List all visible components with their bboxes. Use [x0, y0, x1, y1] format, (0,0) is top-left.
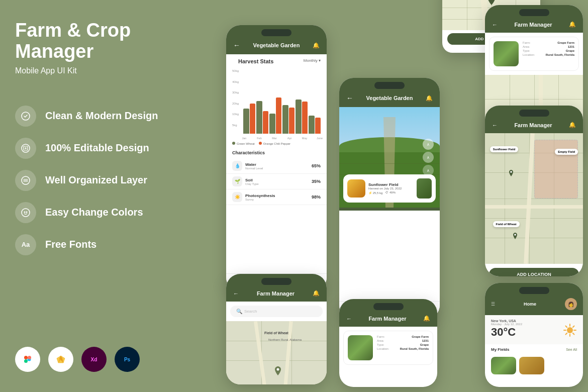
- feature-clean-design: Clean & Modern Design: [15, 106, 176, 127]
- field-card-harvest: Harvest on July 23, 2022: [368, 187, 414, 190]
- harvest-header-row: Harvest Stats Monthly ▾: [226, 54, 327, 66]
- tool-icons: Xd Ps: [15, 347, 176, 372]
- map-mr-bell: 🔔: [569, 122, 576, 128]
- svg-line-29: [566, 333, 567, 335]
- photoshop-icon: Ps: [115, 347, 140, 372]
- fm-bc-bell: 🔔: [423, 315, 430, 322]
- clean-design-label: Clean & Modern Design: [45, 110, 158, 122]
- svg-rect-9: [28, 356, 31, 359]
- svg-rect-8: [24, 356, 28, 359]
- back-arrow-icon[interactable]: ←: [233, 41, 240, 49]
- app-subtitle: Mobile App UI Kit: [15, 66, 176, 75]
- feature-colors: Easy Change Colors: [15, 202, 176, 223]
- field-card-title: Sunflower Field: [368, 182, 414, 187]
- feature-list: Clean & Modern Design 100% Editable Desi…: [15, 106, 176, 255]
- map-field-label-bl: Field of Wheat: [264, 331, 288, 335]
- soil-icon: 🌱: [232, 176, 242, 186]
- phone-map-mr: ← Farm Manager 🔔 Sunflower Field: [485, 106, 583, 276]
- temperature: 30°C: [491, 326, 522, 339]
- farm-details-tr: Farm:Grape Farm Area:1231 Type:Grape Loc…: [523, 41, 574, 66]
- arrow-up-1[interactable]: ∧: [423, 139, 434, 150]
- farm-details-bc: Farm:Grape Farm Area:1231 Type:Grape Loc…: [377, 335, 429, 360]
- empty-field-label: Empty Field: [555, 149, 578, 155]
- svg-rect-10: [24, 359, 28, 363]
- screens-area: ADD FIELD NOW ← Vegetable Garden 🔔 Harve…: [196, 0, 588, 392]
- fm-bc-back[interactable]: ←: [346, 316, 352, 322]
- add-location-button[interactable]: ADD LOCATION: [489, 268, 579, 276]
- search-bar-bl[interactable]: 🔍 Search: [230, 306, 323, 317]
- feature-organized: Well Organized Layer: [15, 170, 176, 191]
- map-mr-notch: [519, 110, 549, 117]
- farm-tr-notch: [519, 9, 549, 16]
- farm-info-card-tr: Farm:Grape Farm Area:1231 Type:Grape Loc…: [489, 37, 579, 71]
- svg-point-5: [24, 211, 26, 213]
- field-thumb-strip: [485, 355, 583, 376]
- map-view-mr: Sunflower Field Empty Field Field of Whe…: [485, 133, 583, 264]
- veg-notch: [374, 82, 405, 89]
- fonts-label: Free Fonts: [45, 239, 96, 250]
- legend-green: Green Wheat: [237, 142, 255, 145]
- svg-line-26: [566, 326, 567, 328]
- map-mr-back[interactable]: ←: [492, 122, 498, 128]
- field-thumb-1: [491, 357, 516, 374]
- my-fields-title: My Fields: [491, 347, 509, 352]
- fonts-icon: Aa: [15, 234, 36, 255]
- fm-bl-bell: 🔔: [313, 290, 320, 297]
- svg-point-6: [26, 211, 28, 213]
- svg-line-27: [573, 333, 574, 335]
- my-fields-header: My Fields See All: [485, 344, 583, 355]
- monthly-filter[interactable]: Monthly ▾: [304, 58, 321, 63]
- chart-legend: Green Wheat Orange Chili Pepper: [226, 140, 327, 147]
- chart-area: 50kg 40kg 30kg 20kg 10kg 5kg: [226, 66, 327, 137]
- harvest-stats-title: Harvest Stats: [232, 54, 279, 66]
- svg-point-19: [514, 234, 516, 236]
- weather-location: New York, USA: [491, 319, 522, 323]
- svg-line-28: [573, 326, 574, 328]
- see-all-link[interactable]: See All: [566, 348, 577, 351]
- veg-title: Vegetable Garden: [366, 95, 413, 101]
- home-menu-icon[interactable]: ☰: [491, 302, 495, 307]
- photosynthesis-icon: ☀️: [232, 192, 242, 202]
- phone-farm-manager-bc: ← Farm Manager 🔔 Farm:Grape Farm Area:12…: [339, 299, 437, 387]
- svg-point-4: [22, 209, 30, 217]
- field-of-wheat-label: Field of Wheat: [493, 221, 520, 227]
- app-title: Farm & CropManager: [15, 20, 176, 62]
- farm-tr-back[interactable]: ←: [492, 22, 498, 28]
- clean-design-icon: [15, 106, 36, 127]
- editable-label: 100% Editable Design: [45, 142, 149, 154]
- map-mr-title: Farm Manager: [514, 122, 552, 128]
- avatar[interactable]: 👩: [565, 298, 577, 310]
- farm-thumb-bc: [348, 335, 373, 360]
- weather-sun-icon: [563, 323, 577, 340]
- farm-info-card-bc: Farm:Grape Farm Area:1231 Type:Grape Loc…: [343, 331, 433, 365]
- sunflower-thumb: [347, 179, 365, 198]
- side-thumb: [417, 178, 432, 199]
- field-thumb-2: [519, 357, 544, 374]
- scroll-arrows: ∧ ∧ ∧: [423, 139, 434, 176]
- colors-icon: [15, 202, 36, 223]
- phone-farm-manager-bl: ← Farm Manager 🔔 🔍 Search Field of Wheat…: [226, 274, 327, 384]
- xd-icon: Xd: [81, 347, 107, 372]
- search-icon-bl: 🔍: [236, 309, 242, 314]
- characteristics-title: Characteristics: [226, 147, 327, 158]
- home-notch: [519, 287, 549, 294]
- left-panel: Farm & CropManager Mobile App UI Kit Cle…: [0, 0, 191, 392]
- fm-bl-back[interactable]: ←: [233, 290, 239, 297]
- chart-y-labels: 50kg 40kg 30kg 20kg 10kg 5kg: [232, 69, 239, 127]
- farm-tr-title: Farm Manager: [514, 22, 552, 28]
- harvest-header-title: Vegetable Garden: [253, 42, 300, 48]
- phone-home-weather: ☰ Home 👩 New York, USA Monday · July 12,…: [485, 283, 583, 387]
- sketch-icon: [48, 347, 73, 372]
- farm-thumb-tr: [494, 41, 519, 66]
- chart-bars: [243, 69, 321, 134]
- search-placeholder: Search: [244, 309, 257, 314]
- char-photo: ☀️ Photosynthesis Sunny 98%: [226, 189, 327, 205]
- arrow-up-2[interactable]: ∧: [423, 152, 434, 163]
- char-soil: 🌱 Soil Clay Type 35%: [226, 174, 327, 189]
- figma-icon: [15, 347, 40, 372]
- bell-icon: 🔔: [313, 42, 320, 49]
- farm-tr-bell: 🔔: [569, 21, 576, 28]
- veg-back-arrow[interactable]: ←: [346, 94, 353, 102]
- phone-veg-garden: ← Vegetable Garden 🔔 ∧ ∧ ∧: [339, 78, 440, 319]
- phone-notch: [261, 29, 291, 36]
